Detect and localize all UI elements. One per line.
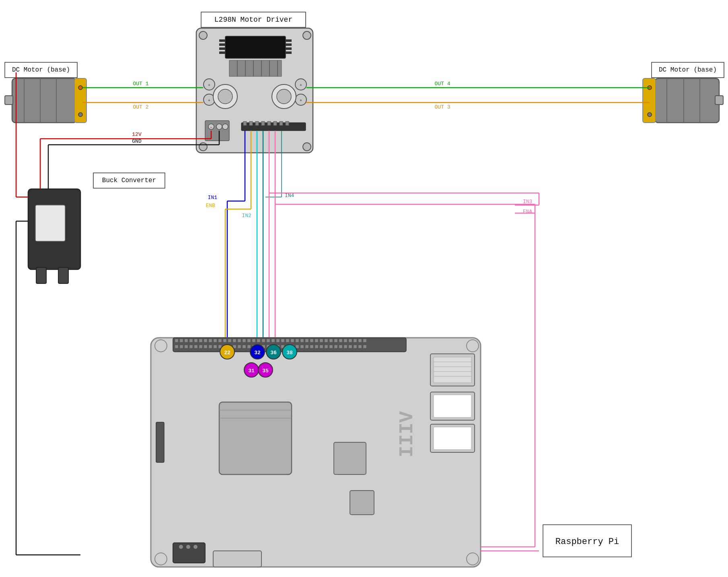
svg-rect-155 (185, 345, 188, 348)
svg-rect-148 (344, 339, 347, 342)
pin32-label: 32 (254, 350, 261, 356)
svg-rect-70 (58, 267, 68, 283)
svg-rect-185 (329, 345, 333, 348)
svg-point-56 (78, 86, 82, 90)
svg-rect-186 (334, 345, 337, 348)
raspberry-pi-label: Raspberry Pi (555, 537, 619, 547)
svg-rect-187 (339, 345, 342, 348)
svg-text:+: + (208, 99, 210, 103)
svg-rect-43 (280, 121, 283, 125)
svg-point-46 (303, 31, 311, 39)
svg-rect-156 (189, 345, 193, 348)
svg-rect-143 (320, 339, 323, 342)
svg-rect-41 (267, 121, 271, 125)
svg-rect-152 (363, 339, 366, 342)
pin22-label: 22 (224, 350, 230, 356)
12v-label: 12V (132, 131, 142, 138)
svg-rect-37 (243, 121, 247, 125)
svg-text:+: + (300, 83, 302, 88)
motor-driver-label: L298N Motor Driver (214, 16, 292, 24)
svg-point-66 (648, 113, 652, 117)
svg-text:+: + (210, 126, 212, 129)
svg-rect-189 (349, 345, 352, 348)
svg-rect-113 (175, 339, 178, 342)
svg-rect-136 (286, 339, 289, 342)
svg-point-57 (78, 113, 82, 117)
rpi-model-text: IIIV (396, 411, 418, 457)
out2-label: OUT 2 (133, 104, 148, 110)
svg-rect-138 (296, 339, 299, 342)
in2-label: IN2 (242, 213, 251, 219)
svg-rect-140 (305, 339, 308, 342)
svg-rect-133 (271, 339, 275, 342)
svg-rect-190 (354, 345, 357, 348)
svg-point-28 (218, 89, 232, 104)
svg-rect-213 (213, 551, 261, 567)
in1-label: IN1 (208, 195, 218, 201)
svg-rect-149 (349, 339, 352, 342)
svg-rect-9 (286, 43, 292, 46)
svg-rect-181 (310, 345, 313, 348)
pin31-label: 31 (248, 368, 255, 374)
svg-rect-7 (219, 51, 225, 54)
dc-motor-left-label: DC Motor (base) (12, 66, 70, 74)
svg-rect-214 (156, 422, 164, 462)
svg-rect-135 (281, 339, 284, 342)
svg-rect-201 (350, 491, 374, 515)
gnd-label: GND (132, 138, 142, 144)
svg-rect-39 (255, 121, 259, 125)
svg-rect-4 (219, 39, 225, 42)
svg-rect-118 (199, 339, 202, 342)
svg-rect-114 (180, 339, 183, 342)
svg-rect-166 (238, 345, 241, 348)
svg-rect-151 (358, 339, 362, 342)
svg-point-217 (193, 545, 197, 549)
svg-rect-209 (434, 395, 471, 417)
svg-rect-211 (434, 427, 471, 450)
svg-point-30 (277, 89, 291, 104)
svg-rect-178 (296, 345, 299, 348)
svg-rect-200 (334, 442, 366, 474)
svg-rect-119 (204, 339, 207, 342)
svg-rect-38 (249, 121, 253, 125)
svg-point-194 (467, 340, 479, 352)
svg-rect-137 (291, 339, 294, 342)
svg-text:+: + (208, 83, 210, 88)
dc-motor-right-label: DC Motor (base) (659, 66, 717, 74)
svg-rect-191 (358, 345, 362, 348)
svg-rect-161 (214, 345, 217, 348)
svg-rect-127 (243, 339, 246, 342)
svg-rect-146 (334, 339, 337, 342)
svg-rect-139 (300, 339, 304, 342)
svg-rect-184 (325, 345, 328, 348)
svg-rect-182 (315, 345, 318, 348)
svg-rect-8 (286, 39, 292, 42)
svg-rect-141 (310, 339, 313, 342)
svg-rect-203 (434, 357, 471, 383)
svg-rect-60 (715, 96, 723, 105)
svg-rect-42 (274, 121, 277, 125)
buck-converter-label: Buck Converter (102, 177, 156, 184)
svg-rect-40 (261, 121, 265, 125)
svg-point-196 (467, 553, 479, 565)
svg-point-47 (199, 143, 207, 151)
svg-rect-126 (238, 339, 241, 342)
svg-rect-132 (267, 339, 270, 342)
svg-rect-160 (209, 345, 212, 348)
svg-rect-44 (286, 121, 289, 125)
svg-rect-192 (363, 345, 366, 348)
svg-rect-6 (219, 47, 225, 50)
svg-rect-128 (247, 339, 251, 342)
svg-rect-59 (655, 78, 719, 123)
svg-rect-3 (225, 36, 286, 58)
svg-point-48 (303, 143, 311, 151)
svg-rect-115 (185, 339, 188, 342)
svg-point-216 (186, 545, 190, 549)
svg-rect-50 (12, 78, 76, 123)
svg-rect-157 (194, 345, 197, 348)
svg-rect-130 (257, 339, 260, 342)
svg-rect-51 (5, 96, 13, 105)
out3-label: OUT 3 (434, 104, 450, 110)
svg-rect-69 (36, 267, 46, 283)
svg-point-35 (222, 124, 228, 129)
